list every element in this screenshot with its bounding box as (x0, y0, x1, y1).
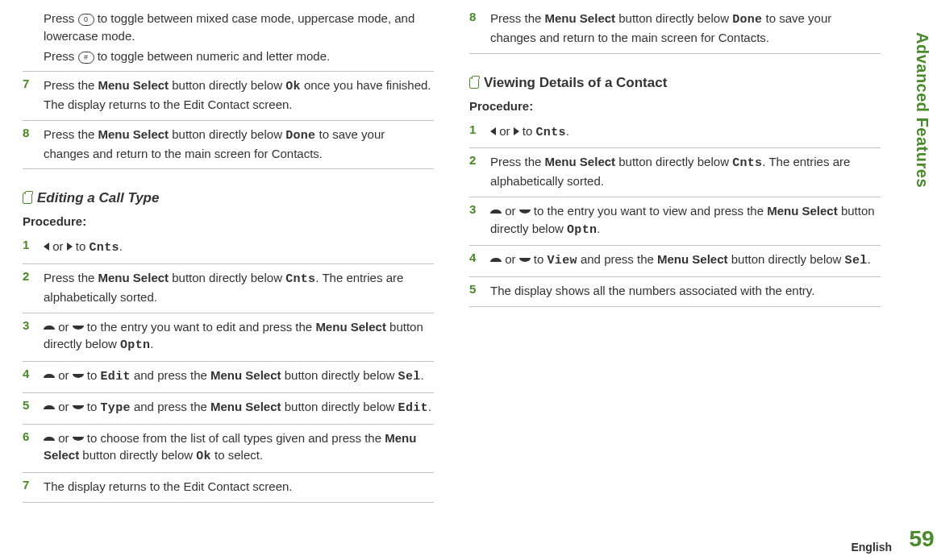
nav-down-icon (73, 326, 84, 330)
nav-left-icon (44, 243, 49, 251)
right-column: 8 Press the Menu Select button directly … (469, 5, 881, 503)
page-content: Press 0 to toggle between mixed case mod… (0, 0, 937, 512)
step-number: 5 (469, 282, 482, 296)
nav-down-icon (519, 258, 531, 262)
step-number: 7 (23, 77, 35, 90)
step-text: or to View and press the Menu Select but… (490, 251, 871, 270)
step-number: 5 (23, 398, 35, 412)
step-text: or to choose from the list of call types… (44, 429, 434, 467)
step-8: 8 Press the Menu Select button directly … (23, 121, 434, 170)
step-number: 1 (469, 122, 482, 136)
step-text: or to Cnts. (490, 122, 569, 142)
step-number: 4 (23, 367, 35, 380)
step-number: 1 (23, 238, 35, 251)
step-number: 3 (469, 202, 482, 216)
edit-step-4: 4 or to Edit and press the Menu Select b… (23, 362, 434, 393)
edit-step-7: 7 The display returns to the Edit Contac… (23, 473, 434, 503)
step-text: or to the entry you want to edit and pre… (44, 318, 434, 355)
nav-down-icon (519, 209, 531, 214)
text: Press (44, 11, 78, 25)
right-step-8: 8 Press the Menu Select button directly … (469, 5, 881, 54)
step-number: 4 (469, 251, 482, 264)
step-number: 8 (23, 126, 35, 139)
text: to toggle between mixed case mode, upper… (44, 11, 414, 43)
step-number: 6 (23, 429, 35, 443)
section-label: Advanced Features (913, 32, 931, 188)
nav-left-icon (490, 127, 496, 135)
step-text: Press 0 to toggle between mixed case mod… (44, 10, 434, 64)
nav-up-icon (490, 258, 502, 262)
nav-up-icon (44, 405, 55, 409)
step-number: 2 (469, 153, 482, 167)
nav-up-icon (44, 326, 55, 330)
text: Press (44, 49, 78, 63)
edit-step-2: 2 Press the Menu Select button directly … (23, 264, 434, 313)
step-text: or to Cnts. (44, 238, 123, 257)
step-number: 7 (23, 478, 35, 492)
procedure-label: Procedure: (23, 214, 434, 228)
step-7: 7 Press the Menu Select button directly … (23, 72, 434, 121)
edit-step-3: 3 or to the entry you want to edit and p… (23, 313, 434, 363)
step-text: or to Type and press the Menu Select but… (44, 398, 431, 417)
view-step-5: 5 The display shows all the numbers asso… (469, 277, 881, 307)
step-text: Press the Menu Select button directly be… (490, 10, 881, 47)
step-number: 2 (23, 269, 35, 283)
nav-up-icon (44, 437, 55, 441)
step-text: Press the Menu Select button directly be… (44, 126, 434, 163)
nav-down-icon (73, 437, 84, 441)
section-heading-viewing: Viewing Details of a Contact (469, 75, 881, 91)
step-text: or to Edit and press the Menu Select but… (44, 367, 424, 386)
step-text: The display shows all the numbers associ… (490, 282, 814, 300)
heading-text: Editing a Call Type (37, 190, 159, 206)
nav-down-icon (73, 405, 84, 409)
language-label: English (851, 541, 892, 554)
clipboard-icon (469, 77, 479, 89)
nav-up-icon (490, 209, 502, 214)
step-text: or to the entry you want to view and pre… (490, 202, 881, 239)
text: to toggle between numeric and letter mod… (94, 49, 331, 63)
nav-up-icon (44, 374, 55, 378)
procedure-label: Procedure: (469, 99, 881, 113)
edit-step-5: 5 or to Type and press the Menu Select b… (23, 393, 434, 425)
heading-text: Viewing Details of a Contact (484, 75, 667, 91)
step-text: Press the Menu Select button directly be… (490, 153, 881, 190)
view-step-3: 3 or to the entry you want to view and p… (469, 197, 881, 247)
step-text: The display returns to the Edit Contact … (44, 478, 293, 496)
step-number: 3 (23, 318, 35, 332)
left-column: Press 0 to toggle between mixed case mod… (23, 5, 434, 503)
view-step-4: 4 or to View and press the Menu Select b… (469, 246, 881, 277)
clipboard-icon (23, 193, 32, 204)
view-step-1: 1 or to Cnts. (469, 118, 881, 149)
edit-step-6: 6 or to choose from the list of call typ… (23, 425, 434, 474)
key-zero-icon: 0 (78, 14, 94, 26)
step-continuation: Press 0 to toggle between mixed case mod… (23, 5, 434, 72)
sidebar: Advanced Features 59 (910, 32, 934, 552)
view-step-2: 2 Press the Menu Select button directly … (469, 148, 881, 197)
nav-right-icon (67, 243, 73, 251)
nav-down-icon (73, 374, 84, 378)
page-number: 59 (909, 526, 934, 552)
step-number: 8 (469, 10, 482, 23)
step-text: Press the Menu Select button directly be… (44, 77, 434, 114)
edit-step-1: 1 or to Cnts. (23, 233, 434, 264)
step-text: Press the Menu Select button directly be… (44, 269, 434, 306)
key-hash-icon: # (78, 52, 94, 64)
section-heading-editing: Editing a Call Type (23, 190, 434, 206)
nav-right-icon (514, 127, 519, 135)
